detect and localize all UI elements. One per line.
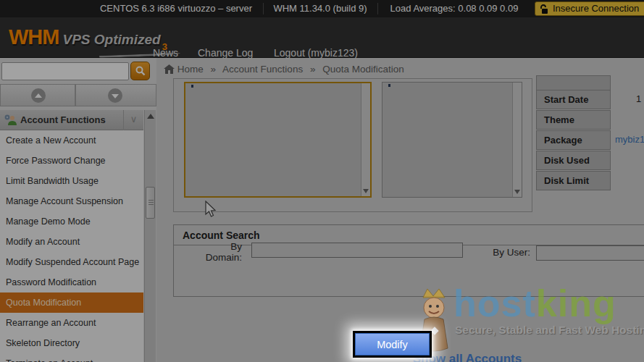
- watermark-king-text: king: [536, 282, 616, 324]
- modify-button[interactable]: Modify: [355, 333, 430, 355]
- watermark-tagline: Secure, Stable and Fast Web Hosting: [455, 324, 644, 337]
- watermark-host-text: host: [453, 282, 536, 324]
- modify-button-highlight: Modify: [353, 331, 432, 358]
- mouse-cursor: [205, 201, 217, 219]
- hostking-watermark: hostking Secure, Stable and Fast Web Hos…: [413, 285, 644, 337]
